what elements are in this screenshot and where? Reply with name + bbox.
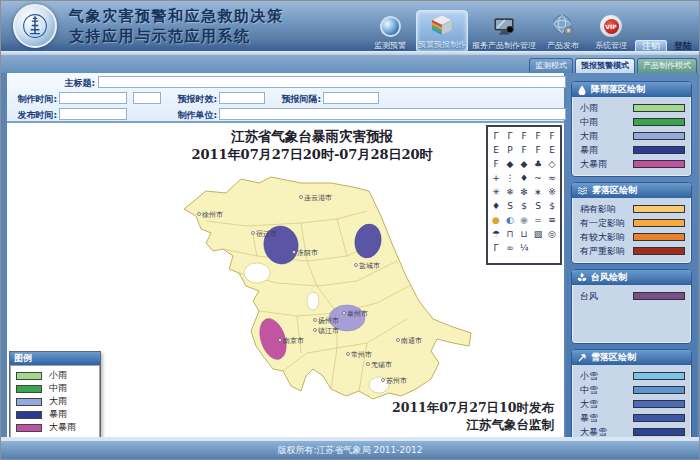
weather-symbol[interactable]: ∞ xyxy=(503,241,517,255)
city-label: 连云港市 xyxy=(304,193,332,202)
weather-symbol[interactable]: E xyxy=(545,143,559,157)
weather-symbol[interactable]: ⊔ xyxy=(517,227,531,241)
tool-row[interactable]: 台风 xyxy=(580,289,685,303)
city-label: 泰州市 xyxy=(347,309,368,318)
weather-symbol[interactable]: ❄ xyxy=(503,185,517,199)
nav-item-product-management[interactable]: 服务产品制作管理 xyxy=(471,12,537,53)
weather-symbol[interactable]: F xyxy=(517,129,531,143)
map-canvas[interactable]: 江苏省气象台暴雨灾害预报 2011年07月27日20时-07月28日20时 xyxy=(7,123,564,437)
weather-symbol[interactable]: Γ xyxy=(489,129,503,143)
weather-symbol[interactable]: ∗ xyxy=(531,185,545,199)
weather-symbol[interactable]: F xyxy=(517,143,531,157)
tool-color-bar[interactable] xyxy=(633,132,685,140)
tool-row[interactable]: 有严重影响 xyxy=(580,244,685,258)
weather-symbol[interactable]: ✻ xyxy=(517,185,531,199)
main-title-label: 主标题: xyxy=(17,76,95,90)
tool-row[interactable]: 大雨 xyxy=(580,129,685,143)
tool-row[interactable]: 大暴雨 xyxy=(580,157,685,171)
nav-item-monitoring[interactable]: 监测预警 xyxy=(367,12,413,53)
tool-color-bar[interactable] xyxy=(633,205,685,213)
weather-symbol[interactable]: ◆ xyxy=(503,157,517,171)
weather-symbol[interactable]: F xyxy=(531,143,545,157)
main-title-input[interactable] xyxy=(98,76,566,88)
tool-color-bar[interactable] xyxy=(633,118,685,126)
forecast-interval-input[interactable] xyxy=(323,92,379,104)
tool-color-bar[interactable] xyxy=(633,219,685,227)
tool-color-bar[interactable] xyxy=(633,233,685,241)
weather-symbol[interactable]: ✳ xyxy=(489,185,503,199)
nav-item-forecast-making[interactable]: 预警预报制作 xyxy=(416,10,468,53)
tool-row[interactable]: 稍有影响 xyxy=(580,202,685,216)
tab-forecast-warning-mode[interactable]: 预报预警模式 xyxy=(575,58,635,73)
weather-symbol[interactable]: ☂ xyxy=(489,227,503,241)
weather-symbol[interactable]: F xyxy=(545,129,559,143)
weather-symbol[interactable]: P xyxy=(503,143,517,157)
tool-row[interactable]: 中雪 xyxy=(580,383,685,397)
tool-row[interactable]: 小雨 xyxy=(580,101,685,115)
tool-color-bar[interactable] xyxy=(633,104,685,112)
weather-symbol[interactable]: ◉ xyxy=(517,213,531,227)
tool-row[interactable]: 中雨 xyxy=(580,115,685,129)
tool-color-bar[interactable] xyxy=(633,146,685,154)
weather-symbol[interactable]: ♣ xyxy=(531,157,545,171)
weather-symbol[interactable]: ※ xyxy=(545,185,559,199)
weather-symbol[interactable]: = xyxy=(531,213,545,227)
weather-symbol[interactable]: ~ xyxy=(531,171,545,185)
tool-row[interactable]: 暴雪 xyxy=(580,411,685,425)
weather-symbol[interactable]: F xyxy=(489,157,503,171)
tool-color-bar[interactable] xyxy=(633,414,685,422)
tool-color-bar[interactable] xyxy=(633,372,685,380)
weather-symbol[interactable]: $ xyxy=(545,199,559,213)
weather-symbol[interactable]: Γ xyxy=(489,241,503,255)
tool-row[interactable]: 小雪 xyxy=(580,369,685,383)
weather-symbol[interactable]: ≡ xyxy=(545,213,559,227)
weather-symbol[interactable]: Γ xyxy=(503,129,517,143)
tool-row[interactable]: 有一定影响 xyxy=(580,216,685,230)
weather-symbol[interactable]: ♦ xyxy=(489,199,503,213)
tool-row[interactable]: 暴雨 xyxy=(580,143,685,157)
tool-color-bar[interactable] xyxy=(633,428,685,436)
weather-symbol[interactable]: ⋮ xyxy=(503,171,517,185)
legend-swatch xyxy=(16,398,42,406)
weather-symbol[interactable]: + xyxy=(489,171,503,185)
tool-color-bar[interactable] xyxy=(633,386,685,394)
weather-symbol[interactable]: ≈ xyxy=(545,171,559,185)
city-label: 常州市 xyxy=(351,350,372,359)
weather-symbol[interactable]: ⊓ xyxy=(503,227,517,241)
legend-row: 大雨 xyxy=(16,395,94,408)
weather-symbol[interactable]: ● xyxy=(489,213,503,227)
tool-color-bar[interactable] xyxy=(633,247,685,255)
tool-color-bar[interactable] xyxy=(633,400,685,408)
tool-row[interactable]: 大雪 xyxy=(580,397,685,411)
tool-row[interactable]: 有较大影响 xyxy=(580,230,685,244)
panel-rainfall: 降雨落区绘制 小雨 中雨 大雨 暴雨 大暴雨 xyxy=(571,81,692,177)
release-time: 2011年07月27日10时发布 xyxy=(392,399,554,416)
weather-symbol[interactable]: ¼ xyxy=(517,241,531,255)
weather-symbol[interactable]: $ xyxy=(517,199,531,213)
weather-symbol[interactable]: S xyxy=(503,199,517,213)
tool-color-bar[interactable] xyxy=(633,292,685,300)
legend-swatch xyxy=(16,372,42,380)
make-time-hour-input[interactable] xyxy=(133,92,161,104)
make-time-input[interactable] xyxy=(59,92,127,104)
weather-symbol[interactable]: ◆ xyxy=(517,157,531,171)
tab-monitoring-mode[interactable]: 监测模式 xyxy=(529,58,573,73)
tab-product-making-mode[interactable]: 产品制作模式 xyxy=(637,58,697,73)
tool-color-bar[interactable] xyxy=(633,160,685,168)
make-unit-input[interactable] xyxy=(219,108,566,120)
nav-item-system[interactable]: VIP 系统管理 xyxy=(589,12,633,53)
weather-symbol[interactable]: ▨ xyxy=(531,227,545,241)
weather-symbol[interactable]: ◐ xyxy=(503,213,517,227)
weather-symbol[interactable]: ♦ xyxy=(517,171,531,185)
weather-symbol[interactable]: ◎ xyxy=(545,227,559,241)
app-title-line1: 气象灾害预警和应急救助决策 xyxy=(69,6,284,26)
weather-symbol[interactable]: S xyxy=(531,199,545,213)
legend-row: 大暴雨 xyxy=(16,421,94,434)
nav-item-publish[interactable]: 产品发布 xyxy=(540,12,586,53)
weather-symbol[interactable]: ◇ xyxy=(545,157,559,171)
city-label: 扬州市 xyxy=(318,316,339,325)
weather-symbol[interactable]: F xyxy=(531,129,545,143)
forecast-validity-input[interactable] xyxy=(219,92,265,104)
publish-time-input[interactable] xyxy=(59,108,127,120)
weather-symbol[interactable]: E xyxy=(489,143,503,157)
